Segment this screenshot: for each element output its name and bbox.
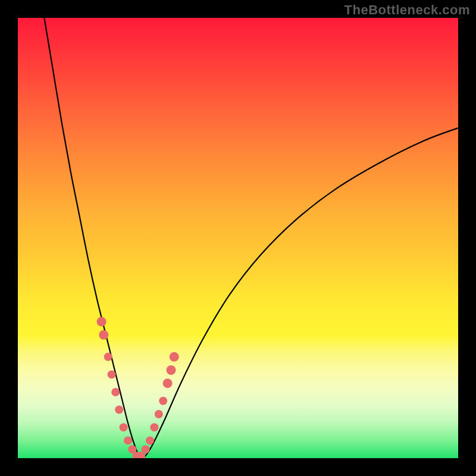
curve-marker — [159, 397, 167, 405]
curve-marker — [99, 330, 108, 340]
curve-markers — [97, 317, 179, 458]
chart-frame: TheBottleneck.com — [0, 0, 476, 476]
curve-marker — [170, 352, 179, 362]
curve-marker — [108, 370, 116, 378]
curve-marker — [120, 423, 128, 431]
curve-marker — [115, 406, 123, 414]
curve-marker — [142, 445, 150, 453]
curve-marker — [167, 365, 176, 375]
curve-marker — [150, 423, 158, 431]
curve-marker — [124, 436, 132, 444]
watermark-text: TheBottleneck.com — [345, 2, 470, 18]
curve-marker — [163, 378, 173, 388]
curve-marker — [111, 388, 120, 396]
plot-area — [18, 18, 458, 458]
chart-svg — [18, 18, 458, 458]
curve-marker — [146, 436, 154, 444]
curve-marker — [155, 410, 163, 418]
bottleneck-curve — [44, 18, 458, 458]
curve-marker — [104, 353, 112, 361]
curve-marker — [97, 317, 107, 327]
